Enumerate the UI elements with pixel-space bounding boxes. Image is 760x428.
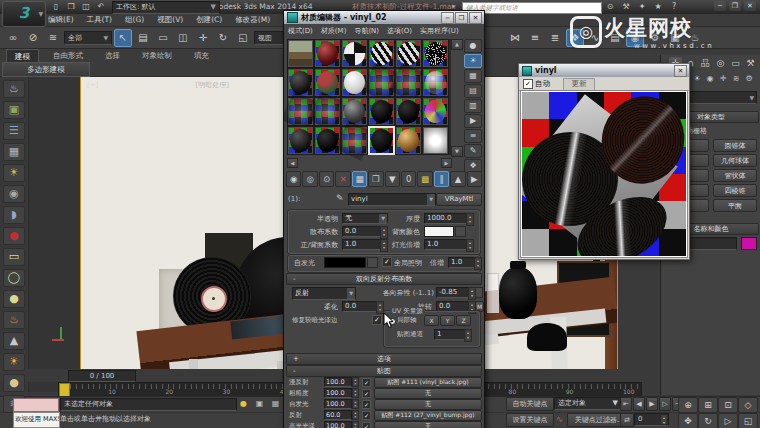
video-camera-icon[interactable]: ● <box>3 227 25 245</box>
map-amount-spinner[interactable]: ▴▾ <box>352 388 359 398</box>
object-type-button-管状体[interactable]: 管状体 <box>713 169 757 182</box>
map-enable-checkbox[interactable]: ✓ <box>362 411 371 420</box>
tab-utilities[interactable]: ⚒ <box>744 57 757 70</box>
map-amount-spinner[interactable]: ▴▾ <box>352 410 359 420</box>
axis-x-button[interactable]: X <box>424 315 439 326</box>
object-type-button-平面[interactable]: 平面 <box>713 199 757 212</box>
make-preview-icon[interactable]: ▶ <box>464 114 482 128</box>
select-move-icon[interactable]: ✛ <box>194 29 212 47</box>
map-slot-button[interactable]: 无 <box>374 388 482 399</box>
sample-slot-red[interactable] <box>314 39 341 68</box>
sample-slot-zebra[interactable] <box>395 39 422 68</box>
minimize-button[interactable]: − <box>714 1 726 11</box>
background-icon[interactable]: ▦ <box>464 69 482 83</box>
viewport-pov-label[interactable]: [+] <box>87 81 98 89</box>
preview-window-titlebar[interactable]: vinyl <box>519 64 689 77</box>
arc-rotate-icon[interactable]: ↻ <box>698 413 718 428</box>
fix-dark-edges-checkbox[interactable]: ✓ <box>372 315 382 325</box>
show-background-icon[interactable]: ▩ <box>417 171 432 187</box>
me-menu-1[interactable]: 材质(M) <box>321 26 347 36</box>
menu-item-0[interactable]: 编辑(E) <box>48 15 74 25</box>
align-icon[interactable]: ≡ <box>526 29 544 47</box>
select-link-icon[interactable]: ∞ <box>4 29 22 47</box>
play-button[interactable]: ▶ <box>646 397 658 411</box>
map-slot-button[interactable]: 无 <box>374 399 482 410</box>
back-color-swatch[interactable] <box>424 226 454 237</box>
render-setup-icon[interactable]: ⚙ <box>646 29 664 47</box>
map-channel-input[interactable]: 1 <box>434 329 466 340</box>
create-lights-icon[interactable]: ☀ <box>691 73 703 85</box>
aniso-input[interactable]: -0.85 <box>436 287 470 298</box>
camera-slide-icon[interactable]: ◉ <box>3 185 25 203</box>
lock-selection-icon[interactable]: ▣ <box>254 398 265 409</box>
material-editor-titlebar[interactable]: 材质编辑器 - vinyl_02 −❐✕ <box>284 11 484 24</box>
thickness-spinner[interactable]: ▴▾ <box>466 213 474 226</box>
object-type-button-圆锥体[interactable]: 圆锥体 <box>713 139 757 152</box>
select-by-material-icon[interactable]: ✎ <box>464 144 482 158</box>
self-illum-map-button[interactable] <box>367 257 378 268</box>
fov-icon[interactable]: ◇ <box>738 397 758 413</box>
sample-slot-black[interactable] <box>395 97 422 126</box>
sample-slot-gray[interactable] <box>341 97 368 126</box>
pan-icon[interactable]: ✥ <box>678 413 698 428</box>
sample-slot-swirl[interactable] <box>395 68 422 97</box>
object-type-button-几何球体[interactable]: 几何球体 <box>713 154 757 167</box>
material-type-button[interactable]: VRayMtl <box>436 193 482 206</box>
rendered-frame-icon[interactable]: ▣ <box>666 29 684 47</box>
map-amount-input[interactable]: 100.0 <box>324 388 352 398</box>
scatter-input[interactable]: 0.0 <box>342 226 382 237</box>
put-to-library-icon[interactable]: ▼ <box>385 171 400 187</box>
video-color-check-icon[interactable]: ▥ <box>464 99 482 113</box>
create-helpers-icon[interactable]: ✛ <box>717 73 729 85</box>
sample-slot-white[interactable] <box>341 68 368 97</box>
material-id-icon[interactable]: 0 <box>401 171 416 187</box>
brdf-rollout-header[interactable]: - 双向反射分布函数 <box>286 273 482 285</box>
scroll-down-icon[interactable]: ▼ <box>451 146 463 157</box>
rect-selection-region-icon[interactable]: ▭ <box>154 29 172 47</box>
map-amount-input[interactable]: 100.0 <box>324 399 352 409</box>
application-menu-button[interactable]: 3▼ <box>2 1 46 27</box>
maps-rollout-header[interactable]: - 贴图 <box>286 365 482 377</box>
zoom-icon[interactable]: ⊕ <box>678 397 698 413</box>
list-icon[interactable]: ☰ <box>3 122 25 140</box>
sample-slot-photo[interactable] <box>287 39 314 68</box>
tab-hierarchy[interactable]: 品 <box>699 57 712 70</box>
undo-icon[interactable]: ↶ <box>95 1 107 13</box>
map-enable-checkbox[interactable]: ✓ <box>362 378 371 387</box>
me-menu-0[interactable]: 模式(D) <box>288 26 313 36</box>
workspace-dropdown[interactable]: 工作区: 默认▼ <box>112 1 220 14</box>
spreadsheet-icon[interactable]: ▦ <box>3 143 25 161</box>
thickness-input[interactable]: 1000.0 <box>424 213 468 224</box>
teapot-gold-icon[interactable]: ♨ <box>3 311 25 329</box>
light-slide-icon[interactable]: ☀ <box>3 164 25 182</box>
material-editor-icon[interactable]: ◉ <box>626 29 644 47</box>
go-to-parent-icon[interactable]: ▲ <box>450 171 465 187</box>
tab-display[interactable]: ▭ <box>729 57 742 70</box>
assign-material-icon[interactable]: ⊙ <box>319 171 334 187</box>
mult-spinner[interactable]: ▴▾ <box>474 257 482 270</box>
menu-item-3[interactable]: 视图(V) <box>157 15 183 25</box>
time-slider-handle[interactable] <box>59 383 70 397</box>
infocenter-collapse-icon[interactable]: ▸ <box>452 2 456 10</box>
map-enable-checkbox[interactable]: ✓ <box>362 422 371 428</box>
map-amount-input[interactable]: 100.0 <box>324 421 352 428</box>
frame-spinner[interactable]: ▴▾ <box>660 414 668 425</box>
restore-button[interactable]: ❐ <box>729 1 741 11</box>
set-key-button[interactable]: 设置关键点 <box>506 413 554 427</box>
sample-slot-glass[interactable] <box>422 68 449 97</box>
brdf-type-dropdown[interactable]: 反射▼ <box>292 287 356 300</box>
zoom-extents-icon[interactable]: ⊡ <box>718 397 738 413</box>
teapot-render-icon[interactable]: ♨ <box>3 80 25 98</box>
current-frame-field[interactable]: 0 ▴▾ <box>634 413 669 426</box>
key-filter-dropdown[interactable]: 选定对象▼ <box>554 397 622 410</box>
menu-item-1[interactable]: 工具(T) <box>87 15 112 25</box>
communication-center-icon[interactable]: ✦ <box>636 1 648 13</box>
bind-spacewarp-icon[interactable]: ≋ <box>44 29 62 47</box>
mult-input[interactable]: 1.0 <box>448 257 476 268</box>
aniso-map-button[interactable] <box>475 287 483 298</box>
sample-slot-black[interactable] <box>314 126 341 155</box>
mirror-icon[interactable]: ⋈ <box>506 29 524 47</box>
pick-material-eyedropper-icon[interactable]: ✎ <box>336 193 344 203</box>
scene-explorer-icon[interactable]: ❖ <box>566 29 584 47</box>
front-back-input[interactable]: 1.0 <box>342 239 382 250</box>
